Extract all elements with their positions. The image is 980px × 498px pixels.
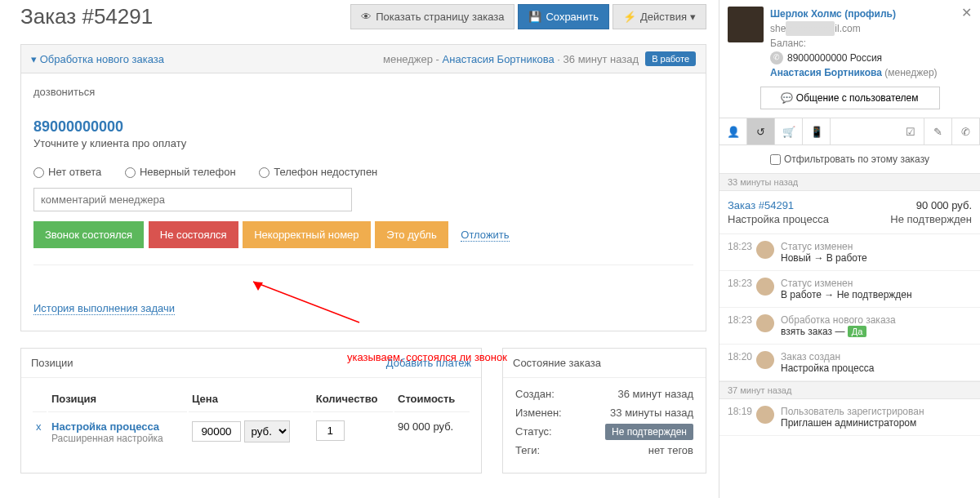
chevron-down-icon: ▾ [690,11,696,23]
created-label: Создан: [515,388,572,400]
radio-wrong-phone[interactable]: Неверный телефон [125,166,236,178]
log-item: 18:19Пользователь зарегистрированПриглаш… [719,399,980,436]
svg-line-0 [253,282,359,322]
radio-unavailable[interactable]: Телефон недоступен [259,166,377,178]
yes-badge: Да [848,326,867,337]
eye-icon: 👁 [361,11,372,23]
avatar [756,241,774,259]
task-history-link[interactable]: История выполнения задачи [33,302,175,315]
changed-label: Изменен: [515,407,572,419]
manager-link[interactable]: Анастасия Бортникова [443,53,555,65]
time-separator: 37 минут назад [719,381,980,399]
order-status-panel: Состояние заказа Создан:36 минут назад И… [502,348,706,474]
log-item: 18:23Обработка нового заказавзять заказ … [719,308,980,345]
user-phone: 89000000000 Россия [787,51,882,65]
order-link[interactable]: Заказ #54291 [728,199,794,211]
created-value: 36 минут назад [572,388,693,400]
log-item: 18:20Заказ созданНастройка процесса [719,345,980,381]
task-panel-title[interactable]: Обработка нового заказа [31,53,164,65]
log-title: Пользователь зарегистрирован [781,406,924,417]
log-title: Статус изменен [781,278,912,289]
log-time: 18:23 [728,278,756,300]
col-price: Цена [189,386,311,412]
call-done-button[interactable]: Звонок состоялся [33,221,144,248]
duplicate-button[interactable]: Это дубль [375,221,448,248]
phone-hint: Уточните у клиента про оплату [33,137,693,149]
tab-check-icon[interactable]: ☑ [897,118,924,145]
avatar [756,351,774,369]
sidebar-manager-link[interactable]: Анастасия Бортникова [770,67,882,78]
tab-mobile-icon[interactable]: 📱 [803,118,831,145]
call-failed-button[interactable]: Не состоялся [149,221,238,248]
table-row: x Настройка процесса Расширенная настрой… [33,414,470,451]
log-time: 18:19 [728,406,756,429]
remove-row-button[interactable]: x [36,420,42,433]
log-item: 18:23Статус измененВ работе → Не подтвер… [719,271,980,308]
comment-icon: 💬 [781,92,793,104]
status-value-badge: Не подтвержден [605,424,693,440]
time-separator: 33 минуты назад [719,173,980,191]
postpone-link[interactable]: Отложить [461,229,509,242]
avatar [756,406,774,424]
phone-number[interactable]: 89000000000 [33,118,693,136]
tab-cart-icon[interactable]: 🛒 [775,118,803,145]
col-cost: Стоимость [394,386,470,412]
user-email: shexxxxxxxxxxil.com [770,21,972,36]
task-time: 36 минут назад [564,53,639,65]
log-time: 18:20 [728,351,756,374]
balance-label: Баланс: [770,36,972,51]
task-action-label: дозвониться [33,86,693,98]
order-status: Не подтвержден [890,213,972,225]
actions-button[interactable]: ⚡Действия▾ [612,4,706,29]
avatar [756,278,774,296]
profile-link[interactable]: (профиль) [844,8,896,20]
tab-history-icon[interactable]: ↺ [747,118,775,145]
radio-no-answer[interactable]: Нет ответа [33,166,101,178]
qty-input[interactable] [316,420,345,441]
filter-row: Отфильтровать по этому заказу [719,145,980,173]
page-title: Заказ #54291 [20,4,347,29]
chat-button[interactable]: 💬 Общение с пользователем [760,87,940,109]
log-item: 18:23Статус измененНовый → В работе [719,234,980,271]
price-input[interactable] [192,421,241,442]
sidebar: ✕ Шерлок Холмс (профиль) shexxxxxxxxxxil… [719,0,980,498]
log-title: Заказ создан [781,351,874,362]
order-name: Настройка процесса [728,213,829,225]
sidebar-tabs: 👤 ↺ 🛒 📱 ☑ ✎ ✆ [719,118,980,145]
status-label: Статус: [515,425,572,438]
tab-edit-icon[interactable]: ✎ [924,118,952,145]
tab-user-icon[interactable]: 👤 [719,118,747,145]
avatar [728,7,764,42]
order-status-title: Состояние заказа [513,357,601,369]
close-icon[interactable]: ✕ [961,5,972,20]
tags-label: Теги: [515,444,572,456]
currency-select[interactable]: руб. [244,420,290,442]
user-name-link[interactable]: Шерлок Холмс [770,8,842,20]
order-amount: 90 000 руб. [916,199,972,211]
bolt-icon: ⚡ [623,11,636,23]
positions-title: Позиции [31,357,74,369]
tags-value: нет тегов [572,444,693,456]
log-time: 18:23 [728,314,756,337]
save-button[interactable]: 💾Сохранить [518,4,609,29]
filter-checkbox[interactable]: Отфильтровать по этому заказу [770,153,929,165]
save-icon: 💾 [528,11,541,23]
position-sub: Расширенная настройка [51,433,184,444]
annotation-text: указываем, состоялся ли звонок [347,351,507,363]
col-position: Позиция [48,386,187,412]
tab-phone-icon[interactable]: ✆ [952,118,980,145]
order-summary: Заказ #5429190 000 руб. Настройка процес… [719,191,980,234]
log-time: 18:23 [728,241,756,264]
show-order-page-button[interactable]: 👁Показать страницу заказа [350,4,514,29]
bad-number-button[interactable]: Некорректный номер [243,221,370,248]
avatar [756,314,774,332]
position-name[interactable]: Настройка процесса [51,420,184,433]
log-title: Обработка нового заказа [781,314,896,326]
positions-panel: Позиции Добавить платеж Позиция Цена Кол… [20,348,482,474]
status-badge: В работе [645,51,696,66]
col-qty: Количество [313,386,393,412]
changed-value: 33 минуты назад [572,407,693,419]
manager-comment-input[interactable] [33,188,352,211]
log-title: Статус изменен [781,241,867,252]
manager-label: менеджер - [383,53,443,65]
